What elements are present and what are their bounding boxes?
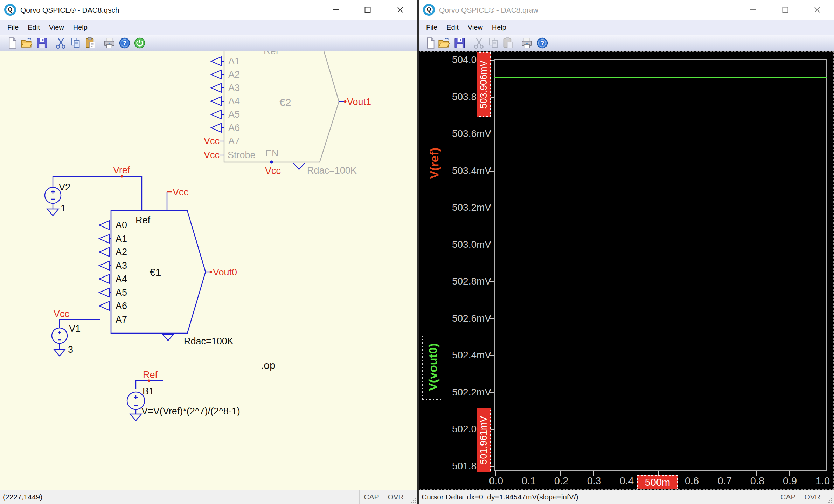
- net-label-vout1[interactable]: Vout1: [347, 97, 371, 107]
- dac2-symbol[interactable]: Ref A1 A2 A3 A4 A5 A6 A7 Strobe EN €2 Rd…: [204, 51, 371, 176]
- maximize-button[interactable]: [361, 3, 375, 17]
- y-axis-tick-label: 502.4mV: [437, 350, 491, 362]
- y-axis-tick-label: 503.0mV: [437, 239, 491, 251]
- wire-vref: [53, 176, 142, 211]
- print-icon[interactable]: [521, 37, 533, 49]
- cursor-coordinates: (2227,1449): [0, 493, 42, 501]
- trace-vout0[interactable]: [494, 77, 827, 78]
- resize-grip[interactable]: [825, 489, 834, 504]
- x-axis-tick-label: 0.7: [710, 475, 739, 488]
- cut-icon[interactable]: [473, 37, 485, 49]
- new-document-icon[interactable]: [424, 37, 437, 49]
- dac1-designator: €1: [150, 266, 161, 278]
- net-label-vcc[interactable]: Vcc: [54, 309, 69, 319]
- dac2-pin-label: A5: [228, 109, 240, 120]
- trace-vref[interactable]: [494, 436, 827, 436]
- paste-icon[interactable]: [84, 37, 97, 49]
- menu-view[interactable]: View: [463, 20, 487, 35]
- menu-edit[interactable]: Edit: [442, 20, 463, 35]
- net-label-vcc[interactable]: Vcc: [204, 136, 220, 146]
- x-axis-tick: [495, 471, 496, 476]
- copy-icon[interactable]: [487, 37, 500, 49]
- junction-dot: [270, 161, 273, 164]
- ground-symbol: [54, 343, 65, 356]
- net-label-vcc[interactable]: Vcc: [173, 187, 188, 197]
- v1-name[interactable]: V1: [69, 323, 81, 334]
- y-axis-tick-label: 502.6mV: [437, 313, 491, 325]
- net-label-vcc[interactable]: Vcc: [265, 166, 281, 176]
- status-bar: (2227,1449) CAP OVR: [0, 490, 417, 504]
- dac2-ref-pin-label: Ref: [264, 51, 279, 56]
- b1-value[interactable]: V=V(Vref)*(2^7)/(2^8-1): [141, 406, 240, 416]
- maximize-button[interactable]: [778, 3, 792, 17]
- v1-source[interactable]: [52, 328, 67, 356]
- schematic-drawing: Ref A1 A2 A3 A4 A5 A6 A7 Strobe EN €2 Rd…: [0, 51, 417, 490]
- save-icon[interactable]: [453, 37, 466, 49]
- cursor-readout-x[interactable]: 500m: [637, 475, 678, 490]
- menu-help[interactable]: Help: [69, 20, 92, 35]
- x-axis-tick-label: 0.3: [579, 475, 609, 488]
- dac1-pin-label: A7: [116, 314, 127, 325]
- dac2-pin-label: A1: [228, 56, 240, 66]
- x-axis-tick-label: 0.8: [743, 475, 772, 488]
- help-icon[interactable]: ?: [536, 37, 549, 49]
- open-file-icon[interactable]: [20, 37, 33, 49]
- print-icon[interactable]: [103, 37, 116, 49]
- paste-icon[interactable]: [502, 37, 515, 49]
- menu-file[interactable]: File: [422, 20, 442, 35]
- menu-view[interactable]: View: [44, 20, 69, 35]
- close-button[interactable]: [393, 3, 407, 17]
- help-icon[interactable]: ?: [118, 37, 131, 49]
- x-axis-tick: [528, 471, 528, 476]
- waveform-plot-pane[interactable]: 504.0mV 503.8mV 503.6mV 503.4mV 503.2mV …: [419, 51, 834, 490]
- dac2-en-pin-label: EN: [265, 148, 279, 159]
- qspice-logo-icon: Q: [4, 4, 16, 16]
- cursor-vertical-line[interactable]: [658, 59, 658, 471]
- run-simulation-icon[interactable]: [133, 37, 146, 49]
- resize-grip[interactable]: [408, 489, 417, 504]
- open-file-icon[interactable]: [438, 37, 450, 49]
- b1-name[interactable]: B1: [143, 386, 154, 397]
- dac1-symbol[interactable]: A0 A1 A2 A3 A4 A5 A6 A7 Ref €1 Rdac=100K…: [99, 211, 237, 346]
- v1-value[interactable]: 3: [68, 344, 73, 355]
- trace-label-vout0[interactable]: V(vout0): [426, 329, 440, 406]
- b1-source[interactable]: Ref B1 V=V(Vref)*(2^7)/(2^8-1): [127, 370, 240, 421]
- cursor-readout-y2[interactable]: 501.961mV: [477, 408, 491, 472]
- x-axis-tick: [724, 471, 724, 476]
- trace-label-vref[interactable]: V(ref): [427, 128, 441, 198]
- net-label-vcc[interactable]: Vcc: [204, 150, 220, 160]
- menubar: File Edit View Help: [419, 20, 834, 35]
- titlebar[interactable]: Q Qorvo QSPICE® - DAC8.qsch: [0, 0, 417, 20]
- titlebar[interactable]: Q Qorvo QSPICE® - DAC8.qraw: [419, 0, 834, 20]
- dac2-designator: €2: [279, 97, 291, 108]
- menu-help[interactable]: Help: [487, 20, 511, 35]
- dac2-pin-label: A3: [228, 83, 240, 93]
- cursor-delta-readout: Cursor Delta: dx=0 dy=1.94547mV(slope=in…: [419, 493, 578, 501]
- net-label-vout0[interactable]: Vout0: [213, 267, 237, 278]
- menu-file[interactable]: File: [3, 20, 23, 35]
- toolbar: ?: [0, 35, 417, 51]
- new-document-icon[interactable]: [6, 37, 19, 49]
- net-label-ref[interactable]: Ref: [143, 370, 158, 380]
- menu-edit[interactable]: Edit: [23, 20, 44, 35]
- save-icon[interactable]: [36, 37, 48, 49]
- y-axis-tick-label: 502.8mV: [437, 276, 491, 288]
- x-axis-tick: [822, 471, 822, 476]
- dac1-pin-label: A6: [116, 301, 127, 311]
- x-axis-tick: [560, 471, 561, 476]
- close-button[interactable]: [810, 3, 824, 17]
- dac2-pin-label: A7: [228, 136, 240, 146]
- ground-symbol: [130, 410, 141, 421]
- x-axis-tick: [789, 471, 790, 476]
- spice-directive[interactable]: .op: [261, 359, 276, 371]
- net-label-vref[interactable]: Vref: [113, 165, 130, 175]
- schematic-canvas[interactable]: Ref A1 A2 A3 A4 A5 A6 A7 Strobe EN €2 Rd…: [0, 51, 417, 490]
- v2-value[interactable]: 1: [61, 203, 66, 214]
- cursor-readout-y1[interactable]: 503.906mV: [477, 52, 491, 117]
- copy-icon[interactable]: [69, 37, 82, 49]
- v2-name[interactable]: V2: [59, 182, 70, 192]
- minimize-button[interactable]: [746, 3, 760, 17]
- minimize-button[interactable]: [329, 3, 343, 17]
- cut-icon[interactable]: [55, 37, 67, 49]
- caps-indicator: CAP: [359, 490, 383, 504]
